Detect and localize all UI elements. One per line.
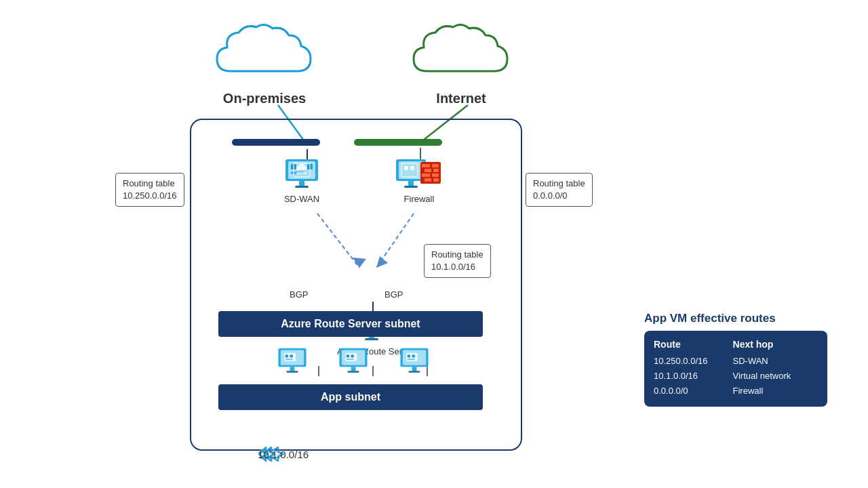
on-premises-label: On-premises — [223, 91, 306, 106]
vnet-ip-label: 10.1.0.0/16 — [258, 449, 309, 460]
svg-rect-35 — [433, 169, 439, 172]
svg-rect-50 — [290, 367, 295, 371]
sdwan-icon — [283, 154, 321, 192]
app-vm-1 — [276, 344, 309, 376]
internet-label: Internet — [436, 91, 486, 106]
svg-rect-29 — [404, 166, 408, 170]
svg-rect-43 — [365, 338, 378, 340]
svg-rect-32 — [422, 164, 430, 167]
svg-rect-67 — [408, 371, 420, 373]
svg-rect-63 — [347, 359, 354, 360]
svg-rect-58 — [351, 367, 356, 371]
effective-routes-table: Route Next hop 10.250.0.0/16 SD-WAN 10.1… — [644, 331, 827, 407]
svg-rect-54 — [290, 354, 293, 357]
svg-rect-18 — [299, 181, 304, 186]
app-vm-3-icon — [398, 344, 431, 376]
svg-rect-37 — [432, 174, 439, 177]
sdwan-bar — [232, 139, 320, 146]
vnet-box: SD-WAN — [190, 119, 522, 451]
sdwan-icon-box: SD-WAN — [283, 154, 321, 204]
routing-table-right: Routing table 0.0.0.0/0 — [526, 173, 593, 207]
internet-cloud: Internet — [407, 20, 515, 106]
hop-1: SD-WAN — [733, 354, 818, 369]
svg-rect-34 — [425, 169, 431, 172]
effective-routes-section: App VM effective routes Route Next hop 1… — [644, 312, 827, 407]
svg-rect-30 — [410, 166, 414, 170]
svg-rect-22 — [302, 166, 307, 170]
app-subnet-bar: App subnet — [218, 384, 483, 410]
firewall-icon-box: Firewall — [395, 154, 443, 204]
bgp-left-label: BGP — [290, 289, 308, 300]
bgp-right-label: BGP — [384, 289, 403, 300]
routes-table-header: Route Next hop — [654, 339, 818, 350]
svg-rect-61 — [347, 354, 349, 357]
firewall-label: Firewall — [404, 194, 435, 204]
app-vm-1-icon — [276, 344, 309, 376]
svg-rect-39 — [433, 178, 439, 182]
hop-3: Firewall — [733, 384, 818, 399]
hop-col-header: Next hop — [733, 339, 818, 350]
route-2: 10.1.0.0/16 — [654, 369, 733, 384]
table-row: 10.250.0.0/16 SD-WAN — [654, 354, 818, 369]
svg-rect-27 — [404, 186, 418, 188]
svg-rect-55 — [285, 359, 293, 360]
svg-rect-26 — [408, 181, 414, 186]
route-server-subnet-bar: Azure Route Server subnet — [218, 311, 483, 337]
svg-rect-71 — [408, 359, 415, 360]
effective-routes-title: App VM effective routes — [644, 312, 827, 325]
internet-bar — [354, 139, 442, 146]
svg-rect-53 — [285, 354, 288, 357]
svg-rect-38 — [425, 178, 431, 182]
svg-rect-69 — [408, 354, 410, 357]
vnet-ip-section: 10.1.0.0/16 — [258, 445, 285, 464]
svg-rect-51 — [286, 371, 298, 373]
on-premises-cloud: On-premises — [210, 20, 319, 106]
routing-table-left: Routing table 10.250.0.0/16 — [115, 173, 184, 207]
table-row: 10.1.0.0/16 Virtual network — [654, 369, 818, 384]
sdwan-label: SD-WAN — [284, 194, 319, 204]
svg-rect-33 — [432, 164, 439, 167]
routing-table-center: Routing table 10.1.0.0/16 — [424, 244, 491, 278]
svg-rect-19 — [295, 186, 309, 188]
hop-2: Virtual network — [733, 369, 818, 384]
table-row: 0.0.0.0/0 Firewall — [654, 384, 818, 399]
route-1: 10.250.0.0/16 — [654, 354, 733, 369]
route-3: 0.0.0.0/0 — [654, 384, 733, 399]
internet-cloud-shape — [407, 20, 515, 88]
app-vm-2-icon — [337, 344, 370, 376]
svg-rect-59 — [347, 371, 359, 373]
svg-rect-36 — [422, 174, 430, 177]
on-premises-cloud-shape — [210, 20, 319, 88]
firewall-icon — [395, 154, 443, 192]
app-vm-3 — [398, 344, 431, 376]
svg-rect-70 — [412, 354, 415, 357]
svg-rect-66 — [412, 367, 417, 371]
app-vm-2 — [337, 344, 370, 376]
svg-rect-23 — [296, 172, 307, 174]
svg-rect-62 — [351, 354, 354, 357]
diagram-container: On-premises Internet — [0, 0, 868, 488]
svg-rect-13 — [288, 161, 315, 179]
route-col-header: Route — [654, 339, 733, 350]
svg-rect-21 — [296, 166, 300, 170]
